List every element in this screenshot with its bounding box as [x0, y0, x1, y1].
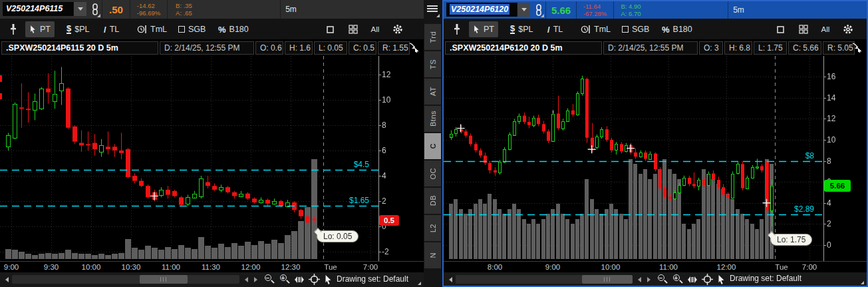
pointer-mode-icon[interactable] [714, 273, 728, 286]
scrollbar-thumb[interactable] [140, 275, 188, 284]
time-axis-right[interactable]: 8:009:0010:0011:0012:00Tue7:00 [444, 261, 867, 272]
tool-tl-button[interactable]: /TL [543, 21, 567, 37]
sidebar-tab-at[interactable]: AT [424, 79, 441, 105]
sidebar-tab-l2[interactable]: L2 [424, 215, 441, 241]
symbol-dropdown-button[interactable] [73, 2, 86, 16]
drawing-set-selector[interactable]: Drawing set: Default [730, 274, 801, 283]
y-axis-tick-label: 12 [382, 70, 390, 79]
sidebar-tab-c[interactable]: C [424, 133, 441, 159]
y-axis-tick-label: 10 [382, 95, 390, 105]
chart-scrollbar[interactable] [12, 275, 239, 284]
symbol-value[interactable]: V250214P6115 [3, 2, 73, 16]
zoom-in-icon[interactable]: + [277, 273, 291, 286]
scrollbar-thumb[interactable] [582, 275, 633, 284]
maximize-cell-icon[interactable] [771, 21, 790, 37]
drawing-set-dropdown-tri[interactable] [861, 281, 864, 284]
tool-b180-button[interactable]: %B180 [214, 21, 253, 37]
time-axis-label: 11:00 [659, 263, 678, 271]
sidebar-tab-btns[interactable]: Btns [424, 106, 441, 132]
status-date: D: 2/14/25, 12:55 PM [603, 41, 698, 55]
step-left-arrow[interactable] [635, 273, 643, 286]
tool-pt-label: PT [40, 25, 51, 34]
symbol-dropdown-button[interactable] [517, 3, 530, 17]
candlestick-canvas-left[interactable] [0, 56, 424, 261]
show-all-button[interactable]: All [364, 21, 386, 37]
tool-sgb-button[interactable]: SGB [174, 21, 210, 37]
toolbar-gear-icon[interactable] [837, 21, 859, 37]
price-level-label[interactable]: $2.89 [794, 204, 814, 214]
tool-pt-button[interactable]: PT [25, 21, 55, 37]
chart-panel-left: V250214P6115 .50 -14.62-96.69% B: .35A: … [0, 0, 424, 287]
pin-icon[interactable] [449, 20, 465, 39]
drawing-set-selector[interactable]: Drawing set: Default [337, 274, 408, 284]
price-level-label[interactable]: $4.5 [354, 160, 369, 169]
sidebar-tab-label: Trd [429, 31, 437, 43]
link-chain-icon[interactable] [88, 0, 102, 19]
tool-pt-button[interactable]: PT [469, 21, 498, 37]
tool-pl-button[interactable]: $$PL [63, 21, 93, 37]
tool-tml-button[interactable]: TmL [133, 21, 171, 37]
maximize-cell-icon[interactable] [321, 21, 339, 37]
zoom-out-icon[interactable]: − [262, 273, 275, 286]
status-open: O: 0.6 [255, 41, 283, 55]
grid-layout-icon[interactable] [794, 21, 813, 37]
time-axis-label: 9:30 [44, 263, 59, 271]
y-axis-tick-label: 6 [382, 146, 386, 155]
sidebar-tab-n[interactable]: N [424, 242, 441, 268]
time-axis-label: 12:00 [241, 263, 261, 271]
crosshair-target-icon[interactable] [700, 273, 714, 286]
y-axis-tick-label: -2 [382, 247, 389, 256]
step-right-arrow[interactable] [645, 273, 652, 286]
drawing-set-dropdown-tri[interactable] [418, 282, 421, 285]
step-left-arrow[interactable] [242, 273, 250, 286]
crosshair-target-icon[interactable] [307, 273, 321, 286]
grid-layout-icon[interactable] [343, 21, 363, 37]
tool-b180-button[interactable]: %B180 [658, 21, 696, 37]
link-chain-icon[interactable] [532, 1, 545, 19]
pointer-mode-icon[interactable] [321, 273, 335, 286]
symbol-input-left[interactable]: V250214P6115 [3, 2, 86, 16]
price-chart-left[interactable]: 121086420-2$4.5$1.650.5Lo: 0.05 [0, 56, 424, 261]
show-all-button[interactable]: All [815, 21, 836, 37]
sidebar-tab-label: L2 [429, 224, 437, 232]
price-chart-right[interactable]: 1614121086420$8$2.895.66Lo: 1.75 [444, 56, 867, 261]
timeframe-label[interactable]: 5m [728, 1, 749, 19]
symbol-input-right[interactable]: V250214P6120 [446, 3, 530, 17]
sidebar-tab-oc[interactable]: OC [424, 160, 441, 186]
detach-chart-icon[interactable] [851, 42, 863, 53]
tool-tl-button[interactable]: /TL [100, 21, 123, 37]
symbol-value[interactable]: V250214P6120 [446, 3, 517, 17]
pin-icon[interactable] [5, 20, 21, 39]
candlestick-canvas-right[interactable] [444, 56, 867, 261]
step-right-arrow[interactable] [251, 273, 259, 286]
time-axis-label: 10:00 [82, 263, 101, 271]
timeframe-label[interactable]: 5m [280, 0, 301, 19]
scroll-left-arrow[interactable] [444, 273, 457, 286]
price-level-label[interactable]: $8 [805, 151, 814, 160]
tool-sgb-button[interactable]: SGB [618, 21, 653, 37]
sidebar-tab-db[interactable]: DB [424, 188, 441, 214]
zoom-out-icon[interactable]: − [655, 273, 668, 286]
sidebar-tab-trd[interactable]: Trd [424, 24, 441, 50]
detach-chart-icon[interactable] [408, 42, 420, 53]
sidebar-tab-ts[interactable]: TS [424, 51, 441, 77]
chart-scrollbar[interactable] [456, 275, 633, 284]
sidebar-tab-label: Btns [429, 111, 437, 127]
time-axis-label: 8:00 [488, 263, 502, 271]
price-level-label[interactable]: $1.65 [349, 196, 369, 205]
toolbar-gear-icon[interactable] [387, 21, 408, 37]
scroll-left-arrow[interactable] [0, 273, 13, 286]
zoom-in-icon[interactable]: + [670, 273, 684, 286]
time-axis-left[interactable]: 9:009:3010:0010:3011:0011:3012:0012:30Tu… [0, 261, 424, 272]
y-axis-tick-label: 2 [827, 219, 831, 228]
tool-tml-button[interactable]: TmL [577, 21, 615, 37]
tool-pl-button[interactable]: $$PL [506, 21, 537, 37]
y-axis-tick-label: 16 [827, 72, 835, 81]
change-value: -14.62 [137, 2, 160, 9]
auto-scale-icon[interactable] [293, 273, 306, 286]
auto-scale-icon[interactable] [686, 273, 699, 286]
status-date: D: 2/14/25, 12:55 PM [160, 41, 254, 55]
chart-menu-icon[interactable] [426, 4, 438, 15]
time-axis-label: Tue [775, 263, 788, 271]
time-axis-label: 9:00 [4, 263, 19, 271]
